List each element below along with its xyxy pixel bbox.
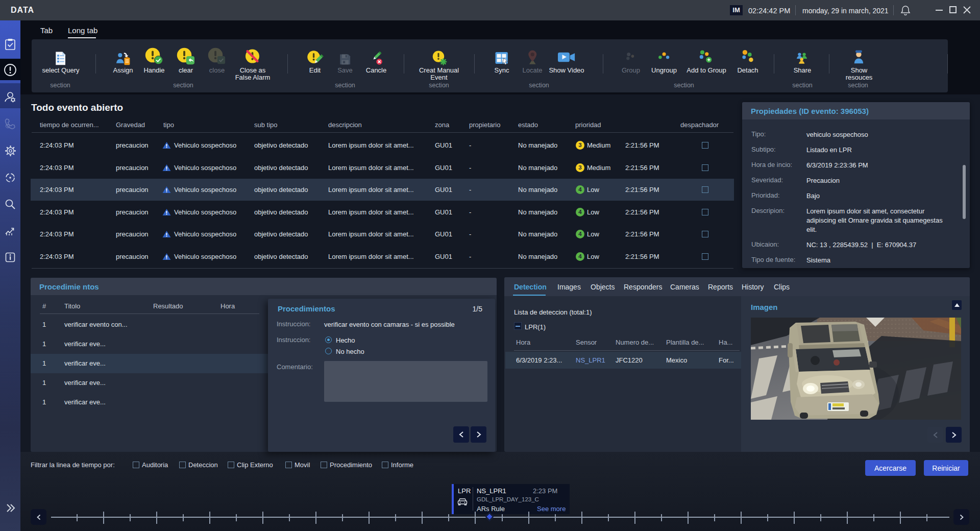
svg-text:!: ! xyxy=(7,124,8,128)
